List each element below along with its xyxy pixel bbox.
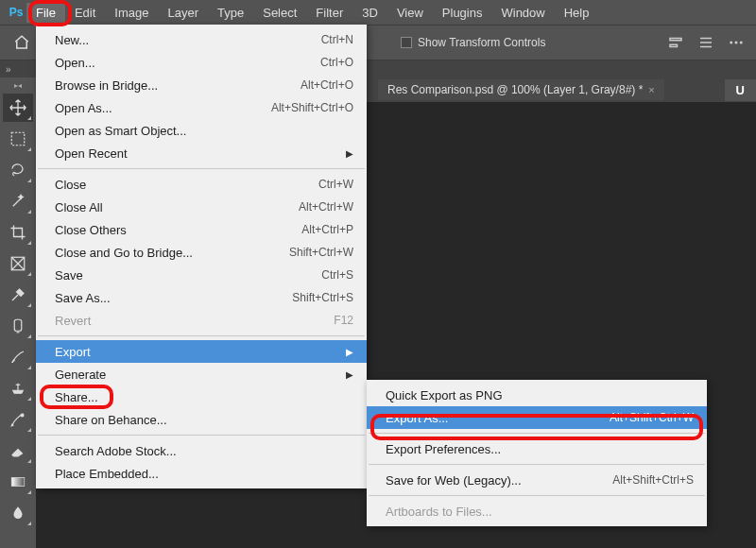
file-menu-share-on-behance[interactable]: Share on Behance... (36, 408, 367, 431)
gradient-tool[interactable] (3, 468, 33, 496)
tab-overflow-label: U (725, 79, 756, 101)
submenu-arrow-icon: ▶ (346, 369, 353, 380)
menu-item-shortcut: Alt+Ctrl+P (301, 223, 353, 236)
file-menu-close-all[interactable]: Close AllAlt+Ctrl+W (36, 196, 367, 218)
file-menu-open-as-smart-object[interactable]: Open as Smart Object... (36, 119, 367, 142)
document-tab[interactable]: Res Comparison.psd @ 100% (Layer 1, Gray… (378, 79, 664, 100)
export-menu-separator (369, 495, 705, 496)
export-submenu: Quick Export as PNGExport As...Alt+Shift… (367, 380, 707, 526)
menu-item-label: Open... (55, 56, 320, 70)
eyedropper-tool[interactable] (3, 281, 33, 309)
lasso-tool[interactable] (3, 156, 33, 184)
frame-tool[interactable] (3, 249, 33, 278)
menu-view[interactable]: View (387, 3, 433, 23)
menu-item-shortcut: Ctrl+W (318, 178, 353, 191)
menu-file[interactable]: File (26, 3, 65, 23)
svg-rect-12 (14, 319, 22, 331)
move-tool[interactable] (3, 94, 33, 122)
app-logo: Ps (6, 4, 26, 21)
crop-tool[interactable] (3, 218, 33, 247)
menu-edit[interactable]: Edit (65, 3, 105, 23)
menu-item-shortcut: Alt+Ctrl+O (301, 78, 353, 92)
menu-item-label: Close All (55, 200, 299, 214)
align-icon[interactable] (665, 32, 686, 53)
submenu-arrow-icon: ▶ (346, 148, 353, 159)
file-menu-save[interactable]: SaveCtrl+S (36, 264, 367, 286)
show-transform-checkbox[interactable] (401, 37, 412, 48)
menu-3d[interactable]: 3D (352, 3, 387, 23)
menu-item-shortcut: Alt+Shift+Ctrl+O (271, 101, 353, 114)
chevron-right-icon: » (6, 64, 11, 75)
menu-item-label: Save (55, 268, 321, 283)
svg-point-13 (21, 414, 24, 417)
close-tab-icon[interactable]: × (648, 84, 654, 95)
file-menu-open[interactable]: Open...Ctrl+O (36, 51, 367, 74)
menu-select[interactable]: Select (253, 3, 306, 23)
menu-item-label: Open As... (55, 101, 271, 115)
clone-stamp-tool[interactable] (3, 374, 33, 402)
menu-item-label: Share... (55, 390, 353, 404)
panel-grip-icon[interactable]: ▸◂ (8, 81, 28, 91)
more-options-icon[interactable] (726, 32, 747, 53)
file-menu-separator (38, 335, 365, 336)
export-menu-save-for-web-legacy[interactable]: Save for Web (Legacy)...Alt+Shift+Ctrl+S (367, 469, 707, 491)
svg-point-7 (740, 42, 743, 44)
svg-point-5 (730, 42, 732, 44)
menu-item-shortcut: Alt+Shift+Ctrl+W (610, 411, 694, 424)
file-menu-place-embedded[interactable]: Place Embedded... (36, 462, 367, 485)
export-menu-quick-export-as-png[interactable]: Quick Export as PNG (367, 384, 707, 406)
export-menu-export-as[interactable]: Export As...Alt+Shift+Ctrl+W (367, 406, 707, 429)
menu-help[interactable]: Help (555, 3, 599, 23)
magic-wand-tool[interactable] (3, 187, 33, 215)
file-menu-close-others[interactable]: Close OthersAlt+Ctrl+P (36, 218, 367, 241)
menu-item-label: Close Others (55, 223, 301, 237)
file-menu-browse-in-bridge[interactable]: Browse in Bridge...Alt+Ctrl+O (36, 74, 367, 96)
brush-tool[interactable] (3, 343, 33, 371)
menu-item-label: Open Recent (55, 146, 338, 161)
file-menu-generate[interactable]: Generate▶ (36, 363, 367, 385)
svg-point-6 (735, 42, 738, 44)
history-brush-tool[interactable] (3, 405, 33, 434)
tool-panel: ▸◂ (0, 77, 36, 527)
eraser-tool[interactable] (3, 437, 33, 465)
menu-item-label: Export As... (386, 411, 610, 425)
menu-item-label: Save for Web (Legacy)... (386, 473, 612, 488)
file-menu-open-recent[interactable]: Open Recent▶ (36, 142, 367, 164)
menu-item-shortcut: Shift+Ctrl+S (292, 291, 353, 304)
blur-tool[interactable] (3, 499, 33, 527)
export-menu-export-preferences[interactable]: Export Preferences... (367, 437, 707, 460)
menu-item-label: Revert (55, 314, 334, 328)
menu-type[interactable]: Type (208, 3, 253, 23)
file-menu-save-as[interactable]: Save As...Shift+Ctrl+S (36, 286, 367, 309)
submenu-arrow-icon: ▶ (346, 347, 353, 357)
menu-image[interactable]: Image (105, 3, 158, 23)
menu-item-shortcut: Ctrl+N (321, 33, 353, 46)
menu-filter[interactable]: Filter (306, 3, 352, 23)
menu-layer[interactable]: Layer (159, 3, 209, 23)
file-menu-open-as[interactable]: Open As...Alt+Shift+Ctrl+O (36, 96, 367, 119)
menu-item-label: Quick Export as PNG (386, 388, 694, 402)
marquee-tool[interactable] (3, 125, 33, 153)
svg-rect-1 (670, 44, 678, 46)
file-menu-search-adobe-stock[interactable]: Search Adobe Stock... (36, 439, 367, 462)
menu-window[interactable]: Window (491, 3, 554, 23)
export-menu-separator (369, 464, 705, 465)
file-menu-share[interactable]: Share... (36, 385, 367, 408)
file-menu-close-and-go-to-bridge[interactable]: Close and Go to Bridge...Shift+Ctrl+W (36, 241, 367, 264)
menu-item-shortcut: Alt+Ctrl+W (299, 200, 353, 214)
menu-item-label: Save As... (55, 291, 292, 305)
svg-rect-14 (11, 478, 25, 487)
home-icon[interactable] (11, 32, 32, 53)
menu-item-label: Close and Go to Bridge... (55, 246, 289, 260)
distribute-icon[interactable] (696, 32, 716, 53)
svg-rect-8 (11, 132, 25, 146)
menu-item-label: Generate (55, 368, 338, 382)
file-menu-new[interactable]: New...Ctrl+N (36, 28, 367, 51)
menu-plugins[interactable]: Plugins (433, 3, 492, 23)
healing-brush-tool[interactable] (3, 312, 33, 340)
file-menu-close[interactable]: CloseCtrl+W (36, 173, 367, 196)
menu-item-shortcut: Ctrl+O (320, 56, 353, 69)
menu-item-shortcut: F12 (334, 314, 353, 327)
menu-item-label: Export Preferences... (386, 442, 694, 456)
file-menu-export[interactable]: Export▶ (36, 340, 367, 363)
